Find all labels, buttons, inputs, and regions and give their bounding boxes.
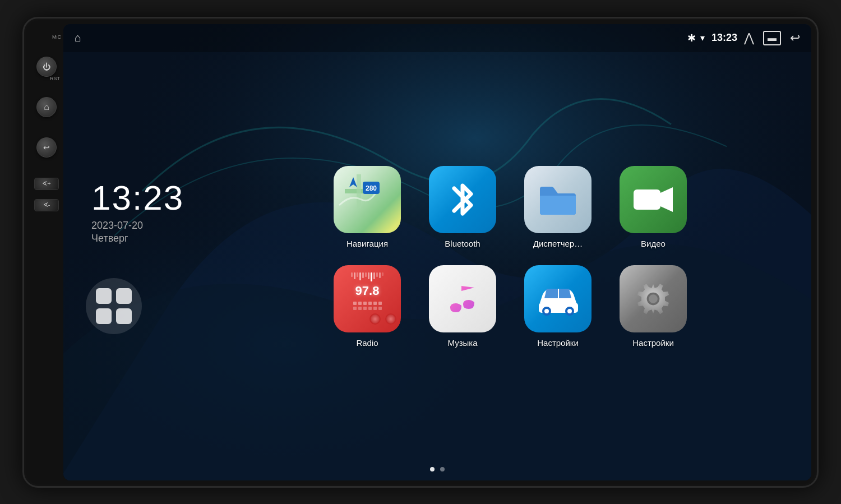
video-icon-bg xyxy=(620,166,687,233)
allapps-dot-3 xyxy=(96,308,112,324)
app-radio[interactable]: 97.8 xyxy=(331,265,404,348)
music-note-svg xyxy=(442,278,484,320)
left-panel: MiC RST ⏻ ⌂ ↩ ∢+ ∢- xyxy=(30,24,63,480)
all-apps-button[interactable] xyxy=(86,278,142,334)
power-icon: ⏻ xyxy=(43,62,50,71)
power-button[interactable]: ⏻ xyxy=(36,57,57,77)
apps-section: 280 Навигация xyxy=(209,166,794,348)
svg-marker-8 xyxy=(349,177,357,187)
rst-label: RST xyxy=(50,76,60,81)
music-icon-bg xyxy=(429,265,496,332)
back-icon: ↩ xyxy=(43,143,50,152)
back-nav-icon[interactable]: ↩ xyxy=(790,31,800,45)
folder-symbol-svg xyxy=(535,180,580,219)
vol-down-button[interactable]: ∢- xyxy=(34,199,59,211)
filemanager-label: Диспетчер… xyxy=(533,239,583,248)
apps-row-1: 280 Навигация xyxy=(226,166,794,248)
clock-day: Четверг xyxy=(91,233,198,244)
ios-settings-icon-bg xyxy=(620,265,687,332)
home-icon: ⌂ xyxy=(44,102,49,112)
home-button[interactable]: ⌂ xyxy=(36,97,57,117)
main-content: 13:23 2023-07-20 Четверг xyxy=(63,52,811,461)
bluetooth-icon-bg xyxy=(429,166,496,233)
apps-row-2: 97.8 xyxy=(226,265,794,348)
radio-inner: 97.8 xyxy=(334,265,401,332)
navigation-map-svg: 280 xyxy=(334,166,384,216)
status-right: ✱ ▾ 13:23 ⋀ ▬ ↩ xyxy=(687,31,800,45)
status-icons: ✱ ▾ xyxy=(687,32,705,44)
radio-frequency: 97.8 xyxy=(355,284,380,298)
app-navigation[interactable]: 280 Навигация xyxy=(331,166,404,248)
window-icon[interactable]: ▬ xyxy=(763,31,781,45)
svg-marker-10 xyxy=(660,187,673,212)
status-nav-icons: ⋀ ▬ ↩ xyxy=(744,31,800,45)
video-camera-svg xyxy=(631,183,676,216)
clock-date: 2023-07-20 xyxy=(91,220,198,232)
app-ios-settings[interactable]: Настройки xyxy=(617,265,690,348)
radio-scale xyxy=(351,272,383,281)
navigation-icon-bg: 280 xyxy=(334,166,401,233)
music-label: Музыка xyxy=(447,338,477,348)
main-screen: ⌂ ✱ ▾ 13:23 ⋀ ▬ ↩ 13 xyxy=(63,24,811,480)
wifi-status-icon: ▾ xyxy=(700,33,705,43)
clock-time: 13:23 xyxy=(91,179,198,217)
ios-settings-label: Настройки xyxy=(632,338,674,348)
radio-dots-grid xyxy=(353,302,382,310)
allapps-dot-4 xyxy=(116,308,132,324)
page-dots xyxy=(63,461,811,480)
status-time: 13:23 xyxy=(711,32,737,44)
svg-point-15 xyxy=(567,309,572,313)
page-dot-1[interactable] xyxy=(430,467,435,471)
radio-knobs xyxy=(338,313,396,325)
page-dot-2[interactable] xyxy=(440,467,445,471)
device-shell: MiC RST ⏻ ⌂ ↩ ∢+ ∢- xyxy=(22,17,819,488)
allapps-dot-1 xyxy=(96,288,112,304)
vol-up-button[interactable]: ∢+ xyxy=(34,178,59,190)
radio-label: Radio xyxy=(356,338,378,348)
bluetooth-status-icon: ✱ xyxy=(687,32,696,44)
app-music[interactable]: Музыка xyxy=(426,265,499,348)
svg-rect-9 xyxy=(634,189,660,210)
filemanager-icon-bg xyxy=(524,166,592,233)
gear-settings-svg xyxy=(634,279,673,318)
allapps-grid xyxy=(93,285,135,327)
clock-section: 13:23 2023-07-20 Четверг xyxy=(86,179,198,244)
back-button[interactable]: ↩ xyxy=(36,137,57,158)
bluetooth-label: Bluetooth xyxy=(445,239,480,248)
car-settings-label: Настройки xyxy=(537,338,579,348)
svg-point-17 xyxy=(649,294,658,303)
vol-down-icon: ∢- xyxy=(43,201,50,209)
allapps-dot-2 xyxy=(116,288,132,304)
car-settings-icon-bg xyxy=(524,265,592,332)
svg-text:280: 280 xyxy=(366,184,377,192)
app-car-settings[interactable]: Настройки xyxy=(521,265,594,348)
status-left: ⌂ xyxy=(75,31,81,44)
statusbar-home-icon[interactable]: ⌂ xyxy=(75,31,81,44)
video-label: Видео xyxy=(641,239,666,248)
app-video[interactable]: Видео xyxy=(617,166,690,248)
app-filemanager[interactable]: Диспетчер… xyxy=(521,166,594,248)
content-row: 13:23 2023-07-20 Четверг xyxy=(63,58,811,456)
vol-up-icon: ∢+ xyxy=(42,180,50,187)
radio-icon-bg: 97.8 xyxy=(334,265,401,332)
app-bluetooth[interactable]: Bluetooth xyxy=(426,166,499,248)
bluetooth-symbol-svg xyxy=(443,180,482,219)
navigation-label: Навигация xyxy=(346,239,388,248)
mic-label: MiC xyxy=(52,34,61,40)
status-bar: ⌂ ✱ ▾ 13:23 ⋀ ▬ ↩ xyxy=(63,24,811,52)
car-svg xyxy=(534,280,582,317)
double-chevron-icon[interactable]: ⋀ xyxy=(744,31,754,45)
svg-point-13 xyxy=(544,309,549,313)
